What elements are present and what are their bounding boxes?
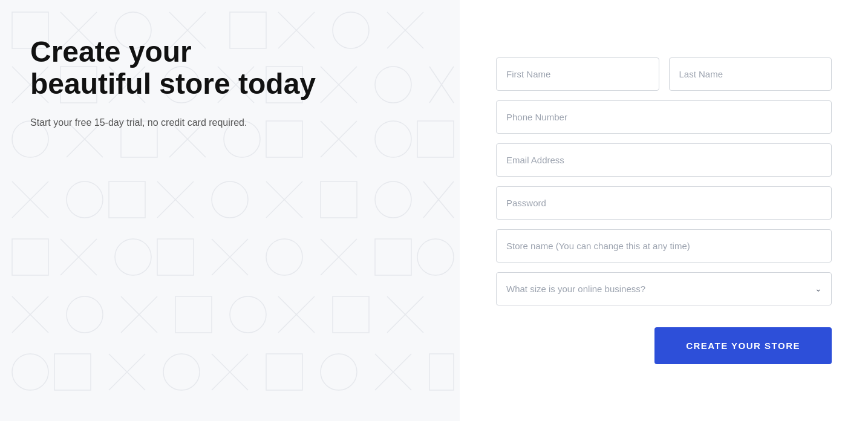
svg-rect-51 xyxy=(12,239,48,275)
svg-line-73 xyxy=(387,296,423,333)
svg-rect-86 xyxy=(429,354,454,390)
right-panel: What size is your online business? Just … xyxy=(460,0,868,421)
svg-rect-47 xyxy=(321,181,357,218)
svg-point-54 xyxy=(115,239,151,275)
svg-line-56 xyxy=(212,239,248,275)
svg-line-70 xyxy=(278,296,315,333)
svg-line-71 xyxy=(278,296,315,333)
svg-point-40 xyxy=(67,181,103,218)
svg-line-63 xyxy=(12,296,48,333)
svg-rect-55 xyxy=(157,239,194,275)
svg-line-39 xyxy=(12,181,48,218)
page-headline: Create your beautiful store today xyxy=(30,36,321,100)
email-input[interactable] xyxy=(496,143,832,177)
svg-line-78 xyxy=(109,354,145,390)
svg-point-75 xyxy=(12,354,48,390)
svg-line-24 xyxy=(429,67,454,103)
svg-line-43 xyxy=(157,181,194,218)
svg-line-80 xyxy=(212,354,248,390)
password-input[interactable] xyxy=(496,186,832,220)
svg-line-74 xyxy=(387,296,423,333)
svg-line-38 xyxy=(12,181,48,218)
svg-line-57 xyxy=(212,239,248,275)
store-name-group xyxy=(496,229,832,263)
svg-point-48 xyxy=(375,181,411,218)
password-group xyxy=(496,186,832,220)
business-size-select[interactable]: What size is your online business? Just … xyxy=(496,272,832,305)
svg-line-59 xyxy=(321,239,357,275)
svg-point-58 xyxy=(266,239,302,275)
svg-line-25 xyxy=(429,67,454,103)
svg-line-52 xyxy=(60,239,97,275)
svg-line-81 xyxy=(212,354,248,390)
svg-rect-72 xyxy=(333,296,369,333)
svg-line-53 xyxy=(60,239,97,275)
svg-rect-61 xyxy=(375,239,411,275)
email-group xyxy=(496,143,832,177)
svg-line-42 xyxy=(157,181,194,218)
svg-point-69 xyxy=(230,296,266,333)
create-store-button[interactable]: CREATE YOUR STORE xyxy=(654,327,832,364)
svg-rect-76 xyxy=(54,354,91,390)
svg-point-65 xyxy=(67,296,103,333)
submit-row: CREATE YOUR STORE xyxy=(496,327,832,364)
svg-line-67 xyxy=(121,296,157,333)
page-wrapper: Create your beautiful store today Start … xyxy=(0,0,868,421)
page-subtext: Start your free 15-day trial, no credit … xyxy=(30,117,429,128)
svg-point-44 xyxy=(212,181,248,218)
svg-line-50 xyxy=(423,181,454,218)
svg-line-64 xyxy=(12,296,48,333)
svg-line-60 xyxy=(321,239,357,275)
left-panel: Create your beautiful store today Start … xyxy=(0,0,460,421)
last-name-input[interactable] xyxy=(669,57,832,91)
phone-group xyxy=(496,100,832,134)
name-row xyxy=(496,57,832,91)
first-name-field xyxy=(496,57,659,91)
last-name-field xyxy=(669,57,832,91)
svg-rect-82 xyxy=(266,354,302,390)
svg-line-46 xyxy=(266,181,302,218)
svg-point-62 xyxy=(417,239,454,275)
svg-point-83 xyxy=(321,354,357,390)
phone-input[interactable] xyxy=(496,100,832,134)
business-size-wrapper: What size is your online business? Just … xyxy=(496,272,832,305)
left-content: Create your beautiful store today Start … xyxy=(30,36,429,128)
svg-rect-41 xyxy=(109,181,145,218)
svg-line-66 xyxy=(121,296,157,333)
svg-line-49 xyxy=(423,181,454,218)
svg-line-77 xyxy=(109,354,145,390)
business-size-group: What size is your online business? Just … xyxy=(496,272,832,305)
store-name-input[interactable] xyxy=(496,229,832,263)
svg-rect-68 xyxy=(175,296,212,333)
svg-line-84 xyxy=(375,354,411,390)
svg-point-79 xyxy=(163,354,200,390)
first-name-input[interactable] xyxy=(496,57,659,91)
svg-line-45 xyxy=(266,181,302,218)
svg-line-85 xyxy=(375,354,411,390)
